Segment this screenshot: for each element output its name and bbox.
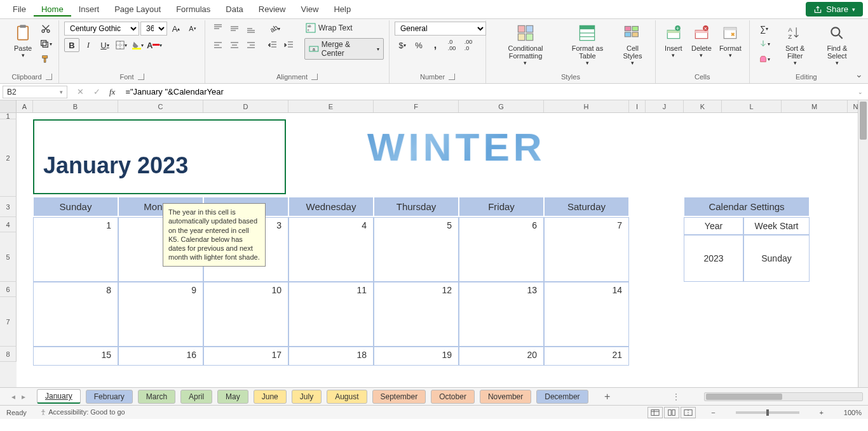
sheet-tab-december[interactable]: December: [536, 390, 588, 404]
share-button[interactable]: Share ▾: [806, 2, 863, 17]
orientation-button[interactable]: ab▾: [268, 22, 283, 36]
day-cell[interactable]: 16: [118, 347, 203, 366]
cells-area[interactable]: January 2023 WINTER Sunday Monday Tuesda…: [17, 113, 868, 387]
format-as-table-button[interactable]: Format as Table▾: [562, 22, 613, 69]
add-sheet-button[interactable]: +: [601, 390, 614, 403]
day-cell[interactable]: 20: [459, 347, 544, 366]
formula-input[interactable]: [121, 86, 853, 98]
borders-button[interactable]: ▾: [114, 38, 129, 52]
decrease-decimal-button[interactable]: .00.0: [461, 38, 476, 52]
col-header-m[interactable]: M: [782, 100, 848, 112]
calendar-title-cell[interactable]: January 2023: [33, 119, 286, 194]
italic-button[interactable]: I: [81, 38, 96, 52]
sheet-tab-june[interactable]: June: [254, 390, 287, 404]
row-header-1[interactable]: 1: [0, 113, 17, 119]
paste-button[interactable]: Paste▾: [10, 22, 36, 69]
menu-file[interactable]: File: [5, 2, 34, 17]
col-header-l[interactable]: L: [722, 100, 782, 112]
align-center-button[interactable]: [227, 38, 242, 52]
increase-font-button[interactable]: A▴: [168, 22, 184, 36]
expand-formula-bar[interactable]: ⌄: [853, 89, 868, 95]
increase-indent-button[interactable]: [281, 38, 297, 52]
sheet-nav-next[interactable]: ▸: [22, 392, 25, 401]
day-cell[interactable]: 7: [544, 217, 629, 282]
find-select-button[interactable]: Find & Select▾: [817, 22, 858, 69]
delete-cells-button[interactable]: × Delete▾: [689, 22, 714, 69]
name-box[interactable]: B2▾: [3, 86, 67, 98]
day-cell[interactable]: 6: [459, 217, 544, 282]
merge-center-button[interactable]: a Merge & Center ▾: [304, 38, 384, 60]
bold-button[interactable]: B: [64, 38, 79, 52]
sheet-tab-november[interactable]: November: [480, 390, 531, 404]
day-cell[interactable]: 12: [374, 282, 459, 347]
day-cell[interactable]: 10: [203, 282, 288, 347]
insert-cells-button[interactable]: + Insert▾: [661, 22, 686, 69]
row-header-3[interactable]: 3: [0, 197, 17, 217]
day-cell[interactable]: 14: [544, 282, 629, 347]
col-header-h[interactable]: H: [544, 100, 629, 112]
number-dialog-launcher[interactable]: [449, 74, 455, 80]
sheet-nav-prev[interactable]: ◂: [11, 392, 15, 401]
status-accessibility[interactable]: Accessibility: Good to go: [39, 408, 125, 416]
day-cell[interactable]: 4: [288, 217, 374, 282]
col-header-j[interactable]: J: [646, 100, 684, 112]
font-dialog-launcher[interactable]: [138, 74, 144, 80]
day-cell[interactable]: 1: [33, 217, 118, 282]
row-header-5[interactable]: 5: [0, 232, 17, 282]
settings-week-value[interactable]: Sunday: [743, 235, 810, 282]
sheet-tab-march[interactable]: March: [138, 390, 175, 404]
horizontal-scrollbar-thumb[interactable]: [706, 394, 782, 400]
col-header-c[interactable]: C: [118, 100, 203, 112]
vertical-scrollbar-thumb[interactable]: [860, 102, 867, 140]
font-size-select[interactable]: 36: [140, 22, 167, 36]
row-header-4[interactable]: 4: [0, 217, 17, 232]
tabs-menu-button[interactable]: ⋮: [672, 392, 680, 401]
sheet-tab-january[interactable]: January: [37, 389, 81, 404]
sheet-tab-october[interactable]: October: [431, 390, 475, 404]
day-cell[interactable]: 11: [288, 282, 374, 347]
underline-button[interactable]: U▾: [97, 38, 112, 52]
decrease-indent-button[interactable]: [265, 38, 280, 52]
align-middle-button[interactable]: [227, 22, 242, 36]
menu-view[interactable]: View: [293, 2, 326, 17]
day-cell[interactable]: 17: [203, 347, 288, 366]
align-top-button[interactable]: [210, 22, 226, 36]
percent-format-button[interactable]: %: [411, 38, 426, 52]
sheet-tab-july[interactable]: July: [292, 390, 322, 404]
row-header-8[interactable]: 8: [0, 347, 17, 362]
cancel-formula-button[interactable]: ✕: [72, 85, 88, 99]
vertical-scrollbar[interactable]: [858, 100, 868, 387]
menu-home[interactable]: Home: [34, 2, 71, 17]
fill-button[interactable]: ▾: [755, 37, 774, 51]
menu-data[interactable]: Data: [218, 2, 250, 17]
menu-page-layout[interactable]: Page Layout: [107, 2, 168, 17]
comma-format-button[interactable]: ,: [428, 38, 443, 52]
col-header-f[interactable]: F: [374, 100, 459, 112]
align-bottom-button[interactable]: [243, 22, 259, 36]
sheet-tab-february[interactable]: February: [86, 390, 133, 404]
row-header-7[interactable]: 7: [0, 297, 17, 347]
cut-button[interactable]: [38, 22, 53, 36]
page-layout-view-button[interactable]: [664, 407, 679, 418]
day-cell[interactable]: 15: [33, 347, 118, 366]
col-header-k[interactable]: K: [684, 100, 722, 112]
col-header-e[interactable]: E: [288, 100, 374, 112]
zoom-level[interactable]: 100%: [839, 409, 862, 416]
zoom-in-button[interactable]: +: [817, 409, 826, 416]
menu-review[interactable]: Review: [251, 2, 294, 17]
select-all-cell[interactable]: [0, 100, 17, 112]
decrease-font-button[interactable]: A▾: [185, 22, 200, 36]
format-cells-button[interactable]: Format▾: [717, 22, 744, 69]
menu-insert[interactable]: Insert: [71, 2, 107, 17]
number-format-select[interactable]: General: [395, 22, 486, 36]
sheet-tab-may[interactable]: May: [217, 390, 248, 404]
autosum-button[interactable]: ∑▾: [755, 22, 774, 36]
enter-formula-button[interactable]: ✓: [89, 85, 104, 99]
col-header-i[interactable]: I: [629, 100, 646, 112]
menu-help[interactable]: Help: [326, 2, 358, 17]
sheet-tab-august[interactable]: August: [327, 390, 367, 404]
clipboard-dialog-launcher[interactable]: [46, 74, 52, 80]
menu-formulas[interactable]: Formulas: [168, 2, 218, 17]
day-cell[interactable]: 19: [374, 347, 459, 366]
sheet-tab-september[interactable]: September: [372, 390, 426, 404]
